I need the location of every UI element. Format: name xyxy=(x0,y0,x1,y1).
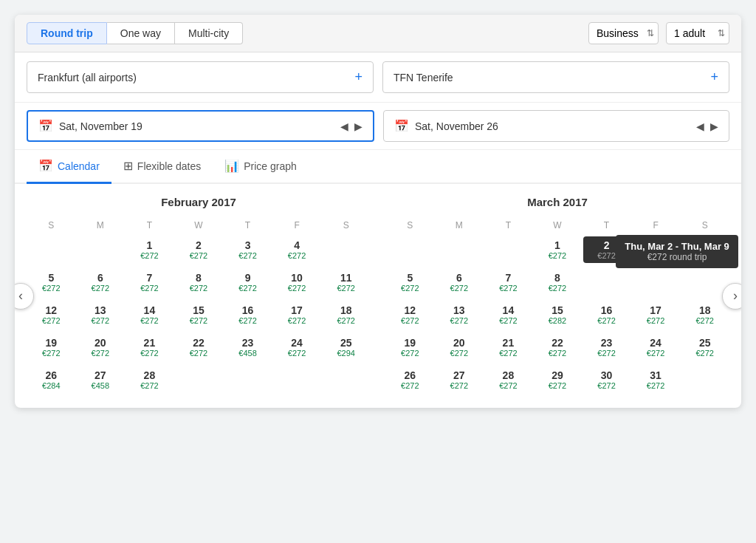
day-cell[interactable]: 1€272 xyxy=(535,236,581,263)
day-cell[interactable]: 22€272 xyxy=(535,334,581,361)
round-trip-button[interactable]: Round trip xyxy=(27,22,107,44)
table-row: 5€272 xyxy=(385,266,435,298)
day-cell[interactable]: 17€272 xyxy=(274,301,320,328)
day-number: 10 xyxy=(291,272,303,284)
day-cell[interactable]: 18€272 xyxy=(323,301,369,328)
day-cell[interactable]: 3€272 xyxy=(633,236,679,263)
feb-header-thu: T xyxy=(223,217,272,233)
day-cell[interactable]: 14€272 xyxy=(485,301,532,328)
multi-city-button[interactable]: Multi-city xyxy=(175,22,243,44)
destination-field[interactable]: TFN Tenerife + xyxy=(382,61,729,93)
departure-date-label: Sat, November 19 xyxy=(59,120,142,132)
day-cell[interactable]: 31€272 xyxy=(633,366,679,393)
day-cell[interactable]: 7€272 xyxy=(485,269,532,296)
passenger-select[interactable]: 1 adult 2 adults 3 adults xyxy=(666,22,729,44)
origin-field[interactable]: Frankfurt (all airports) + xyxy=(27,61,374,93)
day-cell[interactable]: 15€272 xyxy=(176,301,222,328)
day-number: 24 xyxy=(291,337,303,349)
day-number: 8 xyxy=(196,272,202,284)
day-cell[interactable]: 11€272 xyxy=(323,269,369,296)
day-price: €272 xyxy=(695,316,713,325)
day-cell[interactable]: 6€272 xyxy=(436,269,483,296)
destination-add-icon[interactable]: + xyxy=(710,69,718,85)
day-cell[interactable]: 28€272 xyxy=(126,366,173,393)
day-cell[interactable]: 4€272 xyxy=(274,236,320,263)
day-price: €272 xyxy=(499,316,517,325)
mar-header-wed: W xyxy=(533,217,583,233)
day-cell[interactable]: 20€272 xyxy=(78,334,124,361)
table-row: 18€272 xyxy=(680,298,729,331)
day-cell[interactable]: 4€272 xyxy=(681,236,728,263)
tab-flexible[interactable]: ⊞ Flexible dates xyxy=(111,150,213,184)
return-prev-btn[interactable]: ◀ xyxy=(696,120,704,132)
day-cell[interactable]: 12€272 xyxy=(28,301,75,328)
day-cell[interactable]: 18€272 xyxy=(681,301,728,328)
day-cell[interactable]: 19€272 xyxy=(387,334,433,361)
day-cell[interactable]: 8€272 xyxy=(176,269,222,296)
day-cell[interactable]: 19€272 xyxy=(28,334,75,361)
day-cell[interactable]: 24€272 xyxy=(633,334,679,361)
day-cell[interactable]: 20€272 xyxy=(436,334,483,361)
day-cell[interactable]: 25€294 xyxy=(323,334,369,361)
top-bar: Round trip One way Multi-city Business E… xyxy=(15,15,741,52)
table-row: 17€272 xyxy=(631,298,681,331)
day-cell[interactable]: 16€272 xyxy=(224,301,271,328)
day-cell[interactable]: 9€272 xyxy=(224,269,271,296)
day-cell[interactable]: 21€272 xyxy=(485,334,532,361)
day-cell[interactable]: 10€272 xyxy=(274,269,320,296)
day-price: €272 xyxy=(597,316,615,325)
day-cell[interactable]: 15€282 xyxy=(535,301,581,328)
february-grid: S M T W T F S 1€2722€2723€2724€2725€2726… xyxy=(27,217,371,396)
day-price: €272 xyxy=(140,381,158,390)
day-cell[interactable]: 30€272 xyxy=(583,366,630,393)
day-cell[interactable]: 13€272 xyxy=(78,301,124,328)
day-cell[interactable]: 26€272 xyxy=(387,366,433,393)
day-cell[interactable]: 12€272 xyxy=(387,301,433,328)
class-select-wrapper[interactable]: Business Economy First xyxy=(588,22,659,44)
day-cell[interactable]: 17€272 xyxy=(633,301,679,328)
departure-date-box[interactable]: 📅 Sat, November 19 ◀ ▶ xyxy=(27,110,374,142)
main-container: Round trip One way Multi-city Business E… xyxy=(15,15,741,408)
day-cell[interactable]: 21€272 xyxy=(126,334,173,361)
day-cell[interactable]: 16€272 xyxy=(583,301,630,328)
day-cell[interactable]: 28€272 xyxy=(485,366,532,393)
day-cell[interactable]: 5€272 xyxy=(387,269,433,296)
day-number: 4 xyxy=(702,239,708,251)
tab-calendar[interactable]: 📅 Calendar xyxy=(27,150,111,184)
day-price: €272 xyxy=(238,284,256,293)
day-cell[interactable]: 26€284 xyxy=(28,366,75,393)
return-next-btn[interactable]: ▶ xyxy=(710,120,718,132)
day-number: 16 xyxy=(601,304,613,316)
table-row xyxy=(631,266,681,298)
day-cell[interactable]: 8€272 xyxy=(535,269,581,296)
day-cell[interactable]: 23€272 xyxy=(583,334,630,361)
day-cell[interactable]: 13€272 xyxy=(436,301,483,328)
day-cell[interactable]: 6€272 xyxy=(78,269,124,296)
departure-next-btn[interactable]: ▶ xyxy=(354,120,362,132)
day-cell[interactable]: 23€458 xyxy=(224,334,271,361)
day-cell[interactable]: 27€272 xyxy=(436,366,483,393)
feb-header-sun: S xyxy=(27,217,76,233)
day-cell[interactable]: 2€272 xyxy=(176,236,222,263)
day-cell[interactable]: 3€272 xyxy=(224,236,271,263)
day-cell[interactable]: 14€272 xyxy=(126,301,173,328)
day-cell[interactable]: 27€458 xyxy=(78,366,124,393)
day-cell[interactable]: 25€272 xyxy=(681,334,728,361)
day-cell[interactable]: 2€272Thu, Mar 2 - Thu, Mar 9€272 round t… xyxy=(583,236,630,263)
departure-prev-btn[interactable]: ◀ xyxy=(340,120,348,132)
passenger-select-wrapper[interactable]: 1 adult 2 adults 3 adults xyxy=(666,22,729,44)
day-cell[interactable]: 5€272 xyxy=(28,269,75,296)
view-tabs: 📅 Calendar ⊞ Flexible dates 📊 Price grap… xyxy=(15,150,741,184)
one-way-button[interactable]: One way xyxy=(107,22,175,44)
day-cell[interactable]: 22€272 xyxy=(176,334,222,361)
table-row: 13€272 xyxy=(76,298,126,331)
day-price: €272 xyxy=(337,316,354,325)
origin-add-icon[interactable]: + xyxy=(354,69,362,85)
day-cell[interactable]: 1€272 xyxy=(126,236,173,263)
tab-pricegraph[interactable]: 📊 Price graph xyxy=(213,150,309,184)
day-cell[interactable]: 7€272 xyxy=(126,269,173,296)
day-cell[interactable]: 24€272 xyxy=(274,334,320,361)
return-date-box[interactable]: 📅 Sat, November 26 ◀ ▶ xyxy=(383,110,729,142)
class-select[interactable]: Business Economy First xyxy=(588,22,659,44)
day-cell[interactable]: 29€272 xyxy=(535,366,581,393)
